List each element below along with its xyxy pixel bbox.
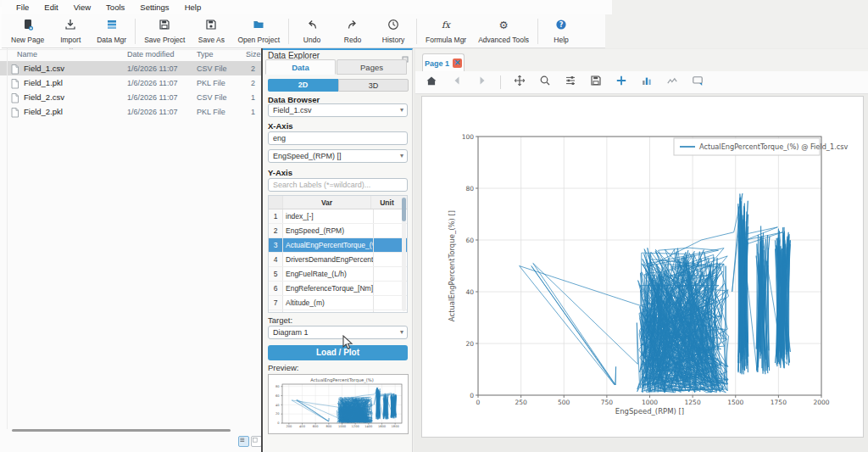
save-project-button[interactable]: Save Project (138, 16, 191, 46)
svg-text:20: 20 (275, 412, 280, 416)
toggle-2d[interactable]: 2D (268, 79, 338, 92)
new-page-button[interactable]: New Page (5, 16, 50, 46)
menu-help[interactable]: Help (177, 0, 209, 14)
file-row[interactable]: Field_1.pkl1/6/2026 11:07PKL File2 (0, 75, 261, 90)
pane-divider (7, 27, 8, 429)
x-axis-label: X-Axis (268, 121, 293, 131)
menu-settings[interactable]: Settings (132, 0, 176, 14)
open-project-button[interactable]: Open Project (231, 16, 286, 46)
plot-pan-button[interactable] (512, 75, 526, 90)
undo-button[interactable]: Undo (292, 16, 332, 46)
variable-row[interactable]: 7Altitude_(m) (269, 296, 407, 310)
file-size: 1 (251, 93, 261, 102)
y-axis-search-input[interactable] (268, 178, 408, 192)
svg-text:?: ? (559, 21, 564, 29)
plot-save-button[interactable] (588, 75, 603, 90)
menu-tools[interactable]: Tools (98, 0, 132, 14)
file-row[interactable]: Field_1.csv1/6/2026 11:07CSV File2 (0, 61, 261, 75)
tab-pages[interactable]: Pages (337, 59, 407, 75)
save-project-icon (158, 18, 171, 35)
svg-text:60: 60 (465, 237, 474, 244)
variable-unit (374, 296, 405, 310)
toolbar-button-label: Import (60, 36, 81, 44)
list-view-toggle[interactable] (238, 436, 249, 447)
variable-row[interactable]: 4DriversDemandEngPercentT... (269, 253, 407, 267)
history-button[interactable]: History (373, 16, 414, 46)
column-header-size[interactable]: Size (246, 50, 261, 59)
svg-text:400: 400 (299, 425, 306, 428)
toolbar-separator (288, 19, 289, 44)
help-button[interactable]: ?Help (541, 16, 581, 46)
icons-view-toggle[interactable] (251, 436, 261, 447)
close-tab-icon[interactable]: ✕ (453, 59, 462, 68)
page-tab-bar (415, 49, 868, 72)
plot-home-button[interactable] (424, 75, 438, 90)
variable-unit (374, 238, 405, 252)
plot-sliders-icon (564, 74, 577, 91)
variable-row[interactable]: 2EngSpeed_(RPM) (269, 224, 407, 238)
plot-sliders-button[interactable] (563, 75, 577, 90)
plot-barchart-button[interactable] (639, 75, 654, 90)
table-scrollbar-thumb[interactable] (402, 198, 406, 221)
file-name: Field_2.pkl (24, 107, 63, 116)
data-mgr-button[interactable]: Data Mgr (91, 16, 132, 46)
load-plot-button[interactable]: Load / Plot (268, 345, 408, 360)
file-size: 2 (251, 64, 261, 73)
svg-text:ActualEngPercentTorque_(%): ActualEngPercentTorque_(%) (310, 377, 373, 383)
target-label: Target: (268, 315, 292, 325)
tab-data[interactable]: Data (265, 59, 336, 75)
save-as-icon (204, 18, 218, 35)
svg-text:60: 60 (275, 394, 280, 398)
plot-zoom-button[interactable] (537, 75, 552, 90)
preview-figure: 2004006008001000120014001600180002040608… (268, 374, 409, 434)
advanced-tools-button[interactable]: ⚙Advanced Tools (472, 16, 535, 46)
y-axis-label: Y-Axis (268, 168, 292, 177)
file-type: PKL File (197, 108, 225, 116)
file-list: Field_1.csv1/6/2026 11:07CSV File2Field_… (0, 61, 261, 119)
variable-row[interactable]: 1index_[-] (269, 209, 407, 224)
tab-page-1[interactable]: Page 1 ✕ (422, 53, 465, 72)
import-icon (64, 18, 77, 35)
file-row[interactable]: Field_2.pkl1/6/2026 11:07PKL File1 (0, 104, 261, 119)
svg-text:⚙: ⚙ (499, 19, 509, 31)
redo-button[interactable]: Redo (332, 16, 373, 46)
save-as-button[interactable]: Save As (191, 16, 231, 46)
menu-edit[interactable]: Edit (36, 0, 65, 14)
plot-back-button (449, 75, 464, 90)
menu-bar: FileEditViewToolsSettingsHelp (2, 0, 612, 14)
plot-linechart-icon (665, 74, 679, 91)
main-plot-figure[interactable]: 0250500750100012501500175020000204060801… (421, 96, 864, 438)
column-header-type[interactable]: Type (197, 50, 214, 59)
file-modified: 1/6/2026 11:07 (127, 64, 177, 73)
plot-comment-button[interactable] (690, 75, 704, 90)
x-axis-filter-input[interactable] (268, 131, 408, 145)
chevron-down-icon: ▾ (400, 150, 403, 162)
plot-linechart-button[interactable] (665, 75, 679, 90)
plot-crosshair-button[interactable] (614, 75, 628, 90)
plot-comment-icon (691, 74, 704, 91)
column-header-modified[interactable]: Date modified (127, 50, 175, 59)
x-axis-select[interactable]: EngSpeed_(RPM) []▾ (268, 149, 408, 163)
toggle-3d[interactable]: 3D (338, 79, 409, 92)
import-button[interactable]: Import (50, 16, 91, 46)
svg-text:750: 750 (601, 399, 614, 406)
toolbar-button-label: Formula Mgr (426, 36, 466, 44)
variable-row[interactable]: 6EngReferenceTorque_[Nm] (269, 282, 407, 296)
svg-text:40: 40 (275, 404, 280, 407)
formula-mgr-button[interactable]: fxFormula Mgr (420, 16, 472, 46)
variable-row[interactable]: 3ActualEngPercentTorque_(%) (269, 238, 407, 253)
column-header-name[interactable]: Name (17, 50, 37, 59)
toolbar-button-label: Open Project (237, 36, 280, 44)
file-row[interactable]: Field_2.csv1/6/2026 11:07CSV File1 (0, 90, 261, 104)
file-icon (11, 106, 19, 121)
row-number: 2 (269, 224, 283, 237)
target-select[interactable]: Diagram 1▾ (268, 326, 408, 339)
menu-view[interactable]: View (66, 0, 98, 14)
new-page-icon (21, 18, 35, 35)
horizontal-scrollbar[interactable] (12, 429, 231, 432)
menu-file[interactable]: File (8, 0, 36, 14)
history-icon (387, 18, 400, 35)
data-browser-select[interactable]: Field_1.csv▾ (268, 103, 408, 117)
variable-row[interactable]: 5EngFuelRate_(L/h) (269, 267, 407, 282)
variable-row[interactable]: 8Longitude_(°) (269, 310, 407, 313)
